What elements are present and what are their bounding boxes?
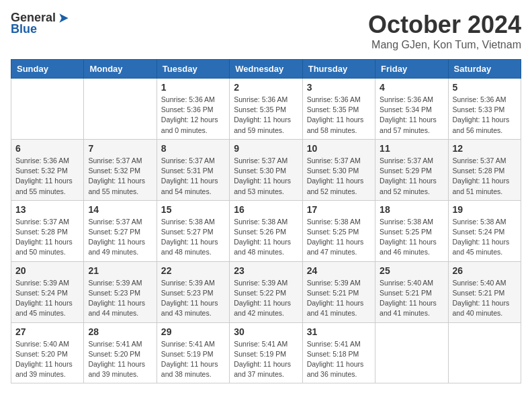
cell-info: Sunrise: 5:37 AMSunset: 5:30 PMDaylight:… bbox=[307, 156, 371, 197]
cell-info: Sunrise: 5:37 AMSunset: 5:27 PMDaylight:… bbox=[88, 217, 152, 258]
cell-day-number: 9 bbox=[234, 143, 298, 154]
calendar-cell: 7Sunrise: 5:37 AMSunset: 5:32 PMDaylight… bbox=[84, 139, 157, 200]
cell-day-number: 11 bbox=[380, 143, 443, 154]
cell-day-number: 10 bbox=[307, 143, 371, 154]
cell-info: Sunrise: 5:40 AMSunset: 5:21 PMDaylight:… bbox=[380, 278, 443, 319]
cell-day-number: 13 bbox=[15, 204, 79, 215]
calendar-cell: 2Sunrise: 5:36 AMSunset: 5:35 PMDaylight… bbox=[230, 79, 302, 140]
calendar-cell bbox=[84, 79, 157, 140]
cell-day-number: 12 bbox=[453, 143, 517, 154]
logo-icon bbox=[57, 11, 71, 25]
calendar-cell: 22Sunrise: 5:39 AMSunset: 5:23 PMDayligh… bbox=[157, 261, 229, 322]
month-title: October 2024 bbox=[368, 11, 521, 39]
cell-day-number: 17 bbox=[307, 204, 371, 215]
cell-day-number: 7 bbox=[88, 143, 152, 154]
cell-info: Sunrise: 5:40 AMSunset: 5:20 PMDaylight:… bbox=[15, 339, 79, 380]
cell-day-number: 28 bbox=[88, 326, 152, 337]
cell-info: Sunrise: 5:37 AMSunset: 5:30 PMDaylight:… bbox=[234, 156, 298, 197]
cell-info: Sunrise: 5:41 AMSunset: 5:19 PMDaylight:… bbox=[161, 339, 225, 380]
cell-info: Sunrise: 5:39 AMSunset: 5:24 PMDaylight:… bbox=[15, 278, 79, 319]
cell-day-number: 26 bbox=[453, 265, 517, 276]
cell-day-number: 31 bbox=[307, 326, 371, 337]
week-row-1: 1Sunrise: 5:36 AMSunset: 5:36 PMDaylight… bbox=[11, 79, 521, 140]
cell-day-number: 18 bbox=[380, 204, 443, 215]
cell-info: Sunrise: 5:36 AMSunset: 5:32 PMDaylight:… bbox=[15, 156, 79, 197]
cell-info: Sunrise: 5:38 AMSunset: 5:25 PMDaylight:… bbox=[307, 217, 371, 258]
calendar-cell: 26Sunrise: 5:40 AMSunset: 5:21 PMDayligh… bbox=[448, 261, 521, 322]
calendar-cell: 14Sunrise: 5:37 AMSunset: 5:27 PMDayligh… bbox=[84, 200, 157, 261]
calendar-cell: 11Sunrise: 5:37 AMSunset: 5:29 PMDayligh… bbox=[375, 139, 448, 200]
cell-day-number: 29 bbox=[161, 326, 225, 337]
cell-info: Sunrise: 5:39 AMSunset: 5:23 PMDaylight:… bbox=[88, 278, 152, 319]
cell-info: Sunrise: 5:36 AMSunset: 5:35 PMDaylight:… bbox=[307, 95, 371, 136]
calendar-cell: 21Sunrise: 5:39 AMSunset: 5:23 PMDayligh… bbox=[84, 261, 157, 322]
calendar-cell: 15Sunrise: 5:38 AMSunset: 5:27 PMDayligh… bbox=[157, 200, 229, 261]
cell-day-number: 16 bbox=[234, 204, 298, 215]
cell-info: Sunrise: 5:41 AMSunset: 5:20 PMDaylight:… bbox=[88, 339, 152, 380]
cell-day-number: 15 bbox=[161, 204, 225, 215]
cell-info: Sunrise: 5:37 AMSunset: 5:29 PMDaylight:… bbox=[380, 156, 443, 197]
calendar-cell: 17Sunrise: 5:38 AMSunset: 5:25 PMDayligh… bbox=[302, 200, 375, 261]
cell-day-number: 3 bbox=[307, 82, 371, 93]
cell-day-number: 27 bbox=[15, 326, 79, 337]
calendar-cell: 31Sunrise: 5:41 AMSunset: 5:18 PMDayligh… bbox=[302, 322, 375, 383]
calendar-cell: 4Sunrise: 5:36 AMSunset: 5:34 PMDaylight… bbox=[375, 79, 448, 140]
cell-info: Sunrise: 5:36 AMSunset: 5:33 PMDaylight:… bbox=[453, 95, 517, 136]
cell-info: Sunrise: 5:37 AMSunset: 5:32 PMDaylight:… bbox=[88, 156, 152, 197]
calendar-cell bbox=[448, 322, 521, 383]
cell-info: Sunrise: 5:36 AMSunset: 5:35 PMDaylight:… bbox=[234, 95, 298, 136]
cell-day-number: 4 bbox=[380, 82, 443, 93]
cell-day-number: 25 bbox=[380, 265, 443, 276]
week-row-4: 20Sunrise: 5:39 AMSunset: 5:24 PMDayligh… bbox=[11, 261, 521, 322]
calendar-cell: 6Sunrise: 5:36 AMSunset: 5:32 PMDaylight… bbox=[11, 139, 84, 200]
calendar-cell: 18Sunrise: 5:38 AMSunset: 5:25 PMDayligh… bbox=[375, 200, 448, 261]
cell-day-number: 23 bbox=[234, 265, 298, 276]
week-row-3: 13Sunrise: 5:37 AMSunset: 5:28 PMDayligh… bbox=[11, 200, 521, 261]
calendar-cell: 8Sunrise: 5:37 AMSunset: 5:31 PMDaylight… bbox=[157, 139, 229, 200]
cell-day-number: 24 bbox=[307, 265, 371, 276]
header-friday: Friday bbox=[375, 60, 448, 79]
cell-info: Sunrise: 5:39 AMSunset: 5:23 PMDaylight:… bbox=[161, 278, 225, 319]
cell-info: Sunrise: 5:37 AMSunset: 5:31 PMDaylight:… bbox=[161, 156, 225, 197]
cell-day-number: 20 bbox=[15, 265, 79, 276]
calendar-table: Sunday Monday Tuesday Wednesday Thursday… bbox=[11, 59, 521, 383]
calendar-cell bbox=[11, 79, 84, 140]
calendar-cell: 13Sunrise: 5:37 AMSunset: 5:28 PMDayligh… bbox=[11, 200, 84, 261]
location: Mang GJen, Kon Tum, Vietnam bbox=[368, 39, 521, 51]
svg-marker-0 bbox=[59, 13, 68, 22]
calendar-cell: 9Sunrise: 5:37 AMSunset: 5:30 PMDaylight… bbox=[230, 139, 302, 200]
cell-day-number: 8 bbox=[161, 143, 225, 154]
logo-blue: Blue bbox=[11, 22, 37, 36]
cell-info: Sunrise: 5:41 AMSunset: 5:19 PMDaylight:… bbox=[234, 339, 298, 380]
cell-info: Sunrise: 5:38 AMSunset: 5:25 PMDaylight:… bbox=[380, 217, 443, 258]
week-row-5: 27Sunrise: 5:40 AMSunset: 5:20 PMDayligh… bbox=[11, 322, 521, 383]
calendar-cell: 5Sunrise: 5:36 AMSunset: 5:33 PMDaylight… bbox=[448, 79, 521, 140]
cell-day-number: 14 bbox=[88, 204, 152, 215]
cell-info: Sunrise: 5:37 AMSunset: 5:28 PMDaylight:… bbox=[15, 217, 79, 258]
calendar-cell: 20Sunrise: 5:39 AMSunset: 5:24 PMDayligh… bbox=[11, 261, 84, 322]
header-sunday: Sunday bbox=[11, 60, 84, 79]
cell-day-number: 6 bbox=[15, 143, 79, 154]
cell-info: Sunrise: 5:40 AMSunset: 5:21 PMDaylight:… bbox=[453, 278, 517, 319]
cell-info: Sunrise: 5:36 AMSunset: 5:34 PMDaylight:… bbox=[380, 95, 443, 136]
cell-day-number: 19 bbox=[453, 204, 517, 215]
cell-day-number: 1 bbox=[161, 82, 225, 93]
cell-day-number: 2 bbox=[234, 82, 298, 93]
header-wednesday: Wednesday bbox=[230, 60, 302, 79]
cell-info: Sunrise: 5:38 AMSunset: 5:26 PMDaylight:… bbox=[234, 217, 298, 258]
cell-day-number: 22 bbox=[161, 265, 225, 276]
title-section: October 2024 Mang GJen, Kon Tum, Vietnam bbox=[368, 11, 521, 51]
logo: General Blue bbox=[11, 11, 71, 36]
calendar-cell: 30Sunrise: 5:41 AMSunset: 5:19 PMDayligh… bbox=[230, 322, 302, 383]
calendar-cell: 16Sunrise: 5:38 AMSunset: 5:26 PMDayligh… bbox=[230, 200, 302, 261]
calendar-cell: 12Sunrise: 5:37 AMSunset: 5:28 PMDayligh… bbox=[448, 139, 521, 200]
header-monday: Monday bbox=[84, 60, 157, 79]
week-row-2: 6Sunrise: 5:36 AMSunset: 5:32 PMDaylight… bbox=[11, 139, 521, 200]
calendar-header-row: Sunday Monday Tuesday Wednesday Thursday… bbox=[11, 60, 521, 79]
header-thursday: Thursday bbox=[302, 60, 375, 79]
cell-info: Sunrise: 5:38 AMSunset: 5:24 PMDaylight:… bbox=[453, 217, 517, 258]
header-tuesday: Tuesday bbox=[157, 60, 229, 79]
calendar-cell: 28Sunrise: 5:41 AMSunset: 5:20 PMDayligh… bbox=[84, 322, 157, 383]
cell-info: Sunrise: 5:36 AMSunset: 5:36 PMDaylight:… bbox=[161, 95, 225, 136]
page-header: General Blue October 2024 Mang GJen, Kon… bbox=[11, 11, 521, 51]
